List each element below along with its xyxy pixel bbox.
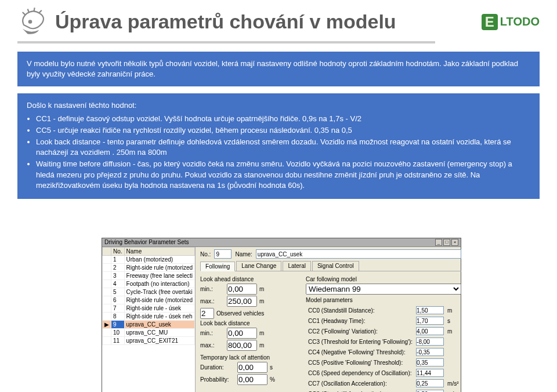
lb-min-input[interactable]	[227, 328, 257, 339]
minimize-button[interactable]: _	[435, 239, 442, 246]
param-row: CC4 (Negative 'Following' Threshold):	[307, 347, 460, 357]
driving-behavior-dialog: Driving Behavior Parameter Sets _ □ × No…	[102, 238, 461, 392]
param-input[interactable]	[416, 358, 444, 366]
mp-label: Model parameters	[306, 297, 461, 303]
tab-lane-change[interactable]: Lane Change	[236, 261, 281, 271]
table-row[interactable]: 5Cycle-Track (free overtaki	[103, 288, 195, 296]
param-row: CC2 ('Following' Variation):m	[307, 326, 460, 336]
settings-item: Look back distance - tento parametr defi…	[36, 137, 530, 158]
probability-input[interactable]	[237, 374, 267, 385]
param-input[interactable]	[416, 337, 444, 346]
param-row: CC7 (Oscillation Acceleration):m/s²	[307, 379, 460, 388]
param-row: CC8 (Standstill Acceleration):m/s²	[307, 389, 460, 392]
look-back-label: Look back distance	[200, 320, 299, 326]
company-logo: ELTODO	[482, 14, 540, 30]
tabs: Following Lane Change Lateral Signal Con…	[200, 261, 461, 271]
table-row[interactable]: 2Right-side rule (motorized	[103, 264, 195, 272]
param-input[interactable]	[416, 327, 444, 335]
no-label: No.:	[200, 251, 211, 257]
table-row[interactable]: 7Right-side rule - úsek	[103, 304, 195, 313]
name-input[interactable]	[256, 249, 461, 259]
close-button[interactable]: ×	[451, 239, 458, 246]
title-divider	[17, 41, 435, 43]
param-row: CC1 (Headway Time):s	[307, 316, 460, 325]
param-row: CC3 (Threshold for Entering 'Following')…	[307, 337, 460, 346]
observed-input[interactable]	[200, 308, 214, 319]
lion-logo	[17, 6, 49, 38]
maximize-button[interactable]: □	[443, 239, 450, 246]
table-row[interactable]: 8Right-side rule - úsek neh	[103, 313, 195, 321]
la-max-input[interactable]	[227, 296, 257, 307]
table-row[interactable]: 6Right-side rule (motorized	[103, 296, 195, 304]
settings-item: Waiting time before diffusion - čas, po …	[36, 159, 530, 191]
look-ahead-label: Look ahead distance	[200, 276, 299, 282]
dialog-titlebar[interactable]: Driving Behavior Parameter Sets _ □ ×	[102, 238, 461, 247]
page-title: Úprava parametrů chování v modelu	[55, 10, 396, 33]
table-row[interactable]: 10uprava_CC_MU	[103, 329, 195, 337]
behavior-list[interactable]: No. Name 1Urban (motorized)2Right-side r…	[102, 247, 196, 392]
col-name[interactable]: Name	[124, 248, 195, 256]
param-row: CC5 (Positive 'Following' Threshold):	[307, 358, 460, 367]
settings-box: Došlo k nastavení těchto hodnot: CC1 - d…	[17, 93, 540, 199]
cfm-select[interactable]: Wiedemann 99	[306, 284, 461, 295]
table-row[interactable]: 3Freeway (free lane selecti	[103, 272, 195, 280]
param-input[interactable]	[416, 306, 444, 314]
param-input[interactable]	[416, 369, 444, 377]
param-input[interactable]	[416, 379, 444, 387]
tab-signal-control[interactable]: Signal Control	[312, 261, 359, 271]
no-input[interactable]	[214, 249, 232, 259]
lb-max-input[interactable]	[227, 340, 257, 351]
dialog-title-text: Driving Behavior Parameter Sets	[104, 239, 189, 246]
name-label: Name:	[235, 251, 252, 257]
param-input[interactable]	[416, 348, 444, 356]
duration-input[interactable]	[237, 362, 267, 373]
param-row: CC6 (Speed dependency of Oscillation):	[307, 368, 460, 378]
param-row: CC0 (Standstill Distance):m	[307, 306, 460, 315]
cfm-label: Car following model	[306, 276, 461, 282]
table-row[interactable]: 11uprava_CC_EXIT21	[103, 337, 195, 345]
col-no[interactable]: No.	[111, 248, 125, 256]
tab-following[interactable]: Following	[200, 262, 235, 271]
svg-point-0	[28, 20, 32, 24]
settings-item: CC5 - určuje reakci řidiče na rychlostí …	[36, 125, 530, 136]
table-row[interactable]: ▶9uprava_CC_usek	[103, 321, 195, 329]
table-row[interactable]: 4Footpath (no interaction)	[103, 280, 195, 288]
behavior-list-body: 1Urban (motorized)2Right-side rule (moto…	[103, 256, 195, 345]
settings-item: CC1 - definuje časový odstup vozidel. Vy…	[36, 114, 530, 124]
tloa-label: Temporary lack of attention	[200, 354, 299, 361]
tab-lateral[interactable]: Lateral	[283, 261, 311, 271]
la-min-input[interactable]	[227, 284, 257, 295]
settings-list: CC1 - definuje časový odstup vozidel. Vy…	[36, 114, 530, 191]
intro-box: V modelu bylo nutné vytvořit několik typ…	[17, 52, 540, 86]
table-row[interactable]: 1Urban (motorized)	[103, 256, 195, 264]
param-input[interactable]	[416, 390, 444, 392]
params-table: CC0 (Standstill Distance):mCC1 (Headway …	[306, 304, 461, 392]
param-input[interactable]	[416, 317, 444, 325]
settings-heading: Došlo k nastavení těchto hodnot:	[27, 100, 530, 111]
